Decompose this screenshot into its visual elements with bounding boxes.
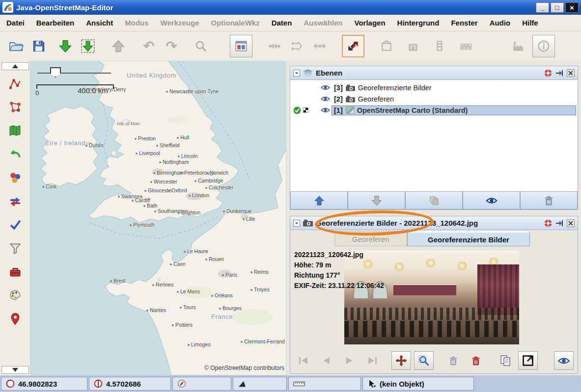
next-photo-button[interactable] (339, 351, 359, 370)
eye-icon (486, 197, 498, 205)
panel-close-button[interactable] (566, 219, 575, 227)
window-controls: _ □ × (536, 2, 579, 13)
search-button[interactable] (190, 35, 212, 57)
dock-validate-button[interactable] (3, 214, 27, 235)
menu-item-hilfe[interactable]: Hilfe (522, 19, 538, 27)
layer-entry[interactable]: [2] Georeferen (332, 94, 576, 104)
layer-entry-selected[interactable]: [1] OpenStreetMap Carto (Standard) (332, 105, 576, 115)
angle-segment[interactable] (233, 377, 287, 391)
open-external-viewer-button[interactable] (518, 351, 538, 370)
sticky-pin-button[interactable] (555, 69, 563, 77)
move-layer-up-button[interactable] (290, 191, 348, 209)
down-triangle-icon (12, 368, 18, 372)
up-triangle-icon (12, 64, 18, 68)
tool-join-button[interactable] (286, 35, 308, 57)
menu-item-werkzeuge: Werkzeuge (161, 19, 199, 27)
building-tool-3-button[interactable] (428, 35, 451, 57)
menu-item-datei[interactable]: Datei (6, 19, 25, 27)
redo-button[interactable]: ↷ (160, 35, 183, 57)
layer-name: Georeferen (358, 95, 394, 103)
collapse-icon[interactable] (293, 220, 300, 227)
dock-network-button[interactable] (3, 97, 27, 117)
dock-routing-button[interactable] (3, 191, 27, 211)
dock-presets-button[interactable] (3, 167, 27, 188)
download-continue-button[interactable] (77, 35, 99, 57)
info-tool-button[interactable] (532, 35, 555, 57)
menu-item-ansicht[interactable]: Ansicht (86, 19, 113, 27)
previous-photo-button[interactable] (317, 351, 336, 370)
dock-marker-button[interactable] (3, 309, 27, 329)
factory-tool-button[interactable] (507, 35, 529, 57)
latitude-segment[interactable]: 46.9802823 (1, 377, 87, 391)
save-button[interactable] (28, 35, 50, 57)
tool-align-button[interactable] (308, 35, 331, 57)
remove-photo-button[interactable] (443, 351, 463, 370)
menu-item-fenster[interactable]: Fenster (451, 19, 477, 27)
help-lifering-icon (544, 69, 552, 77)
zoom-slider-track[interactable] (37, 73, 111, 74)
panel-close-button[interactable] (566, 69, 575, 77)
reverse-direction-button[interactable] (342, 35, 364, 57)
dock-draw-way-button[interactable] (3, 73, 27, 94)
menu-item-bearbeiten[interactable]: Bearbeiten (36, 19, 75, 27)
toggle-visibility-button[interactable] (463, 191, 520, 209)
building-tool-1-button[interactable] (375, 35, 398, 57)
maximize-button[interactable]: □ (551, 2, 564, 13)
red-network-icon (9, 101, 22, 113)
download-data-button[interactable] (54, 35, 77, 57)
help-button[interactable] (544, 219, 552, 227)
photo-direction: Richtung 177° (294, 270, 384, 281)
dock-filter-button[interactable] (3, 238, 27, 259)
tool-unglue-button[interactable] (263, 35, 286, 57)
green-download-dashed-icon (81, 39, 95, 53)
collapse-icon[interactable] (293, 70, 300, 77)
layer-entry[interactable]: [3] Georeferenzierte Bilder (332, 83, 576, 93)
window-title: Java-OpenStreetMap-Editor (16, 3, 113, 12)
distance-segment[interactable] (288, 377, 361, 391)
layer-row[interactable]: [2] Georeferen (290, 93, 578, 105)
first-photo-button[interactable] (294, 351, 314, 370)
dock-mappaint-button[interactable] (3, 285, 27, 306)
close-button[interactable]: × (565, 2, 579, 13)
toggle-photo-visibility-button[interactable] (554, 351, 574, 370)
wall-tool-button[interactable] (455, 35, 477, 57)
undo-button[interactable]: ↶ (138, 35, 160, 57)
visibility-eye-icon[interactable] (319, 84, 332, 91)
menu-item-hintergrund[interactable]: Hintergrund (397, 19, 440, 27)
selected-object-segment[interactable]: (kein Objekt) (362, 377, 474, 391)
sticky-pin-button[interactable] (555, 219, 563, 227)
building-tool-2-button[interactable] (402, 35, 424, 57)
dock-back-button[interactable] (3, 144, 27, 164)
layer-row[interactable]: [1] OpenStreetMap Carto (Standard) (290, 105, 578, 116)
tab-georeferenzierte-bilder[interactable]: Georeferenzierte Bilder (407, 231, 530, 246)
trash-icon (545, 196, 553, 206)
delete-layer-button[interactable] (520, 191, 578, 209)
dock-scroll-up-button[interactable] (1, 62, 29, 70)
open-file-button[interactable] (5, 35, 28, 57)
map-canvas[interactable]: United KingdomLondonderry/DerryNewcastle… (30, 61, 286, 375)
map-attribution: © OpenStreetMap contributors (204, 365, 284, 371)
delete-photo-from-disk-button[interactable] (466, 351, 486, 370)
move-layer-down-button[interactable] (348, 191, 405, 209)
dock-map-button[interactable] (3, 120, 27, 141)
menu-item-audio[interactable]: Audio (490, 19, 511, 27)
layer-row[interactable]: [3] Georeferenzierte Bilder (290, 82, 578, 93)
help-button[interactable] (544, 69, 552, 77)
upload-button[interactable] (107, 35, 130, 57)
visibility-eye-icon[interactable] (319, 107, 332, 113)
merge-layer-button[interactable] (405, 191, 463, 209)
longitude-segment[interactable]: 4.5702686 (89, 377, 171, 391)
dock-scroll-down-button[interactable] (1, 366, 29, 374)
menu-item-vorlagen[interactable]: Vorlagen (355, 19, 386, 27)
copy-path-button[interactable] (496, 351, 515, 370)
preferences-button[interactable] (230, 35, 252, 57)
tab-georeferen[interactable]: Georeferen (334, 231, 407, 246)
dock-toolbox-button[interactable] (3, 261, 27, 282)
minimize-button[interactable]: _ (536, 2, 549, 13)
zoom-to-photo-button[interactable] (414, 351, 434, 370)
visibility-eye-icon[interactable] (319, 96, 332, 102)
last-photo-button[interactable] (362, 351, 382, 370)
menu-item-daten[interactable]: Daten (272, 19, 292, 27)
center-view-button[interactable] (391, 351, 411, 370)
heading-segment[interactable] (172, 377, 231, 391)
